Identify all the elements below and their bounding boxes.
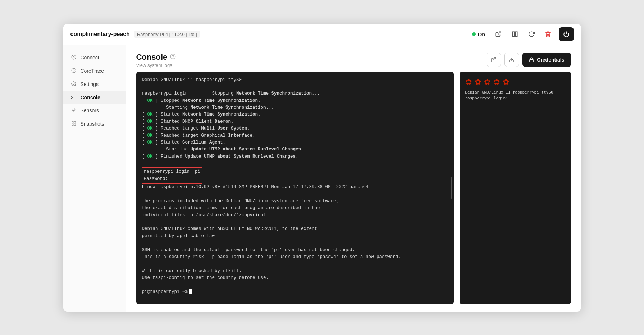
terminal-prompt-line[interactable]: pi@raspberrypi:~$	[142, 289, 448, 295]
sidebar-label-snapshots: Snapshots	[81, 121, 104, 127]
svg-rect-9	[72, 121, 73, 123]
terminal-line: [ OK ] Reached target Graphical Interfac…	[142, 132, 448, 139]
terminal-line: [ OK ] Finished Update UTMP about System…	[142, 153, 448, 160]
sidebar-label-coretrace: CoreTrace	[81, 68, 104, 74]
terminal-line: individual files in /usr/share/doc/*/cop…	[142, 212, 448, 219]
external-link-button[interactable]	[493, 28, 504, 40]
svg-rect-2	[515, 32, 517, 37]
sidebar-label-sensors: Sensors	[81, 108, 99, 113]
svg-rect-1	[512, 32, 514, 37]
terminal-line: Use raspi-config to set the country befo…	[142, 275, 448, 281]
console-icon: >_	[70, 95, 77, 100]
svg-line-15	[493, 58, 496, 60]
preview-raspberries: ✿ ✿ ✿ ✿ ✿	[460, 72, 571, 90]
console-subtitle: View system logs	[136, 63, 176, 68]
sidebar: Connect CoreTrace Settings >_ Console	[63, 45, 126, 312]
sidebar-item-settings[interactable]: Settings	[63, 78, 126, 91]
credentials-label: Credentials	[537, 57, 564, 63]
raspberry-icon-1: ✿	[465, 77, 472, 87]
terminal-container: Debian GNU/Linux 11 raspberrypi ttyS0 ra…	[126, 72, 581, 312]
columns-button[interactable]	[509, 28, 521, 40]
svg-rect-17	[530, 59, 534, 62]
sidebar-item-sensors[interactable]: Sensors	[63, 104, 126, 117]
terminal-line: [ OK ] Started Network Time Synchronizat…	[142, 111, 448, 118]
svg-line-0	[498, 32, 501, 35]
app-window: complimentary-peach Raspberry Pi 4 | 11.…	[63, 24, 581, 312]
terminal-line: permitted by applicable law.	[142, 233, 448, 240]
terminal-line: Starting Update UTMP about System Runlev…	[142, 146, 448, 153]
raspberry-icon-5: ✿	[503, 77, 509, 87]
snapshots-icon	[70, 121, 77, 127]
terminal-line: [ OK ] Started Corellium Agent.	[142, 139, 448, 146]
help-icon[interactable]	[170, 54, 176, 61]
terminal-cursor	[189, 289, 192, 294]
terminal-wrapper[interactable]: Debian GNU/Linux 11 raspberrypi ttyS0 ra…	[136, 72, 454, 304]
sensors-icon	[70, 108, 77, 114]
terminal-line: raspberrypi login: Stopping Network Time…	[142, 90, 448, 97]
terminal-prompt: pi@raspberrypi:~$	[142, 289, 188, 295]
delete-button[interactable]	[542, 28, 554, 40]
svg-rect-11	[72, 124, 73, 125]
terminal-line: the exact distribution terms for each pr…	[142, 205, 448, 212]
open-external-button[interactable]	[487, 53, 501, 67]
console-title: Console	[136, 53, 168, 62]
terminal-line: The programs included with the Debian GN…	[142, 198, 448, 205]
terminal-line	[142, 160, 448, 167]
sidebar-label-settings: Settings	[81, 81, 99, 87]
terminal-line	[142, 219, 448, 226]
svg-rect-10	[74, 121, 76, 123]
download-button[interactable]	[504, 53, 519, 67]
credentials-button[interactable]: Credentials	[522, 53, 571, 67]
content-actions: Credentials	[487, 53, 571, 67]
terminal-line	[142, 83, 448, 90]
terminal-line: [ OK ] Started DHCP Client Daemon.	[142, 118, 448, 125]
terminal-line: Debian GNU/Linux 11 raspberrypi ttyS0	[142, 77, 448, 83]
preview-screen: ✿ ✿ ✿ ✿ ✿ Debian GNU/Linux 11 raspberryp…	[460, 72, 571, 304]
body: Connect CoreTrace Settings >_ Console	[63, 45, 581, 312]
sidebar-item-snapshots[interactable]: Snapshots	[63, 117, 126, 131]
sidebar-label-connect: Connect	[81, 55, 99, 60]
svg-point-4	[72, 55, 76, 59]
refresh-button[interactable]	[526, 28, 537, 40]
device-name: complimentary-peach	[70, 31, 130, 37]
status-indicator: On	[472, 31, 485, 37]
header-actions	[493, 27, 574, 41]
preview-line-2: raspberrypi login: _	[465, 95, 565, 101]
terminal-line: Wi-Fi is currently blocked by rfkill.	[142, 268, 448, 275]
terminal-line: SSH is enabled and the default password …	[142, 247, 448, 254]
content-title-area: Console View system logs	[136, 53, 176, 68]
svg-point-7	[73, 70, 74, 71]
content-header: Console View system logs	[126, 45, 581, 72]
svg-point-5	[73, 56, 74, 58]
terminal-line	[142, 281, 448, 288]
preview-panel: ✿ ✿ ✿ ✿ ✿ Debian GNU/Linux 11 raspberryp…	[460, 72, 571, 304]
status-label: On	[478, 31, 485, 37]
terminal-line: [ OK ] Stopped Network Time Synchronizat…	[142, 98, 448, 104]
settings-icon	[70, 81, 77, 87]
terminal-login-block: raspberrypi login: piPassword:	[142, 167, 202, 184]
svg-rect-12	[74, 124, 76, 125]
sidebar-item-coretrace[interactable]: CoreTrace	[63, 64, 126, 78]
sidebar-item-connect[interactable]: Connect	[63, 51, 126, 64]
preview-line-1: Debian GNU/Linux 11 raspberrypi ttyS0	[465, 90, 565, 96]
coretrace-icon	[70, 68, 77, 74]
power-button[interactable]	[559, 27, 574, 41]
sidebar-item-console[interactable]: >_ Console	[63, 91, 126, 104]
terminal-line	[142, 191, 448, 198]
terminal-scrollbar[interactable]	[451, 177, 452, 199]
main-content: Console View system logs	[126, 45, 581, 312]
terminal-output[interactable]: Debian GNU/Linux 11 raspberrypi ttyS0 ra…	[136, 72, 454, 304]
terminal-line: Debian GNU/Linux comes with ABSOLUTELY N…	[142, 226, 448, 232]
status-dot	[472, 32, 476, 36]
terminal-line	[142, 261, 448, 267]
device-info: Raspberry Pi 4 | 11.2.0 | lite |	[134, 31, 200, 38]
terminal-line: This is a security risk - please login a…	[142, 254, 448, 261]
raspberry-icon-4: ✿	[493, 77, 500, 87]
raspberry-icon-2: ✿	[475, 77, 481, 87]
terminal-line	[142, 240, 448, 246]
svg-point-8	[73, 83, 74, 85]
raspberry-icon-3: ✿	[484, 77, 490, 87]
header: complimentary-peach Raspberry Pi 4 | 11.…	[63, 24, 581, 45]
sidebar-label-console: Console	[81, 95, 100, 100]
connect-icon	[70, 55, 77, 61]
